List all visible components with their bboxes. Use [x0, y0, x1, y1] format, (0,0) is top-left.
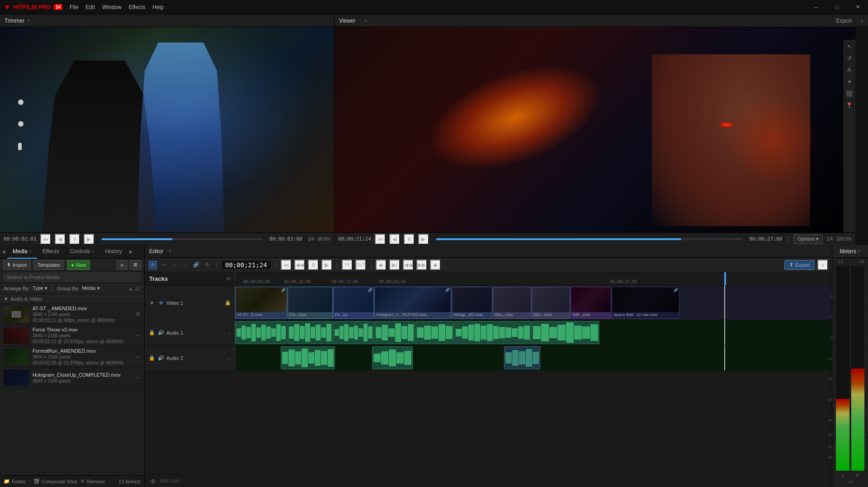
audio2-clip-2[interactable]: Ge...av — [372, 346, 413, 369]
video-clip-4[interactable]: Hologram_C...PLETED.mov 🔗 — [374, 287, 451, 319]
select-tool[interactable]: ↖ — [148, 260, 157, 270]
options-button[interactable]: Options ▾ — [793, 234, 823, 244]
viewer-step-back[interactable]: ◀ — [389, 234, 400, 245]
tab-history[interactable]: History — [99, 245, 127, 259]
folder-item[interactable]: 📁 Folder — [4, 478, 26, 484]
video-clip-2[interactable]: For...mov — [288, 287, 333, 319]
menu-effects[interactable]: Effects — [129, 4, 145, 10]
trimmer-skip-start[interactable]: ⏮ — [40, 234, 51, 245]
tab-controls[interactable]: Controls ≡ — [64, 245, 99, 259]
media-settings-1[interactable]: ⚙ — [136, 311, 141, 317]
list-view-btn[interactable]: ≡ — [117, 260, 127, 270]
export-button[interactable]: ⬆ Export — [784, 260, 815, 270]
magnet-tool[interactable]: ⚙ — [203, 260, 212, 270]
video-clip-1[interactable]: AT-ST...D.mov 🔗 — [235, 287, 287, 319]
video-clip-9[interactable]: Space Batt...v2 raw.mov 🔗 — [612, 287, 679, 319]
grid-view-btn[interactable]: ⊞ — [129, 260, 142, 270]
templates-button[interactable]: Templates — [33, 260, 64, 270]
tl-mark-in[interactable]: ◆ — [376, 260, 387, 270]
select-tool-btn[interactable]: ↖ — [844, 42, 854, 52]
media-item[interactable]: Hologram_CloseUp_COMPLETED.mov 3840 × 21… — [0, 368, 144, 388]
import-button[interactable]: ⬇ Import — [3, 260, 31, 270]
video-track-content[interactable]: AT-ST...D.mov 🔗 For...mov — [235, 286, 832, 320]
pin-tool-btn[interactable]: 📍 — [844, 100, 854, 110]
tl-pause[interactable]: ⏸ — [308, 260, 319, 270]
trimmer-canvas[interactable] — [0, 27, 334, 232]
composite-item[interactable]: 🎬 Composite Shot — [33, 478, 77, 484]
audio-track-2-content[interactable]: Gea...wav — [235, 345, 832, 370]
audio-clip-2[interactable]: Ge...av — [288, 321, 333, 344]
add-track-btn[interactable]: ⊕ — [148, 477, 157, 486]
audio-mute-icon[interactable]: 🔊 — [157, 329, 165, 336]
video-clip-6[interactable]: Sho...mov — [493, 287, 531, 319]
tl-step-back[interactable]: ◀◀ — [294, 260, 305, 270]
tl-out-point[interactable]: OUT — [355, 260, 366, 270]
minimize-button[interactable]: ─ — [806, 0, 826, 14]
video-clip-8[interactable]: Sith...mov — [571, 287, 611, 319]
timeline-scrollable[interactable]: ▼ 👁 Video 1 🔒 — [145, 286, 832, 474]
tl-mark-out[interactable]: ◆ — [430, 260, 441, 270]
audio-clip-7[interactable]: 🔗 Sp...ov — [532, 321, 599, 344]
mask-tool-btn[interactable]: ✦ — [844, 77, 854, 87]
audio-clip-5[interactable]: Hol.mov — [415, 321, 454, 344]
video-clip-7[interactable]: Sho...mov — [532, 287, 570, 319]
tl-in-point[interactable]: IN — [342, 260, 353, 270]
viewer-pause[interactable]: ⏸ — [404, 234, 415, 245]
viewer-progress-bar[interactable] — [436, 238, 742, 240]
track-expand-icon[interactable]: ▼ — [148, 299, 156, 307]
tab-effects[interactable]: Effects — [37, 245, 64, 259]
audio2-mute-icon[interactable]: 🔊 — [157, 355, 165, 362]
slider-handle-3[interactable] — [18, 143, 22, 150]
audio-lock-icon[interactable]: 🔒 — [148, 329, 156, 336]
tracks-menu[interactable]: ≡ — [226, 275, 230, 282]
video-clip-3[interactable]: Fo...ov 🔗 — [333, 287, 374, 319]
arrange-value[interactable]: Type ▾ — [33, 285, 47, 291]
trimmer-pause[interactable]: ⏸ — [69, 234, 80, 245]
tab-media[interactable]: Media ≡ — [7, 245, 37, 259]
export-settings[interactable]: ≡ — [817, 260, 828, 270]
slider-handle-2[interactable] — [18, 121, 24, 127]
audio-clip-1[interactable]: 🔗 Ge...av — [235, 321, 287, 344]
razor-tool[interactable]: ✂ — [159, 260, 168, 270]
tl-skip-start[interactable]: ⏮ — [281, 260, 292, 270]
text-tool-btn[interactable]: A — [844, 65, 854, 75]
slide-tool[interactable]: → — [181, 260, 190, 270]
link-tool[interactable]: 🔗 — [192, 260, 201, 270]
ruler-timeline[interactable]: 00;00;05;00 00;00;10;00 00;00;15;00 — [235, 272, 832, 285]
audio-clip-3[interactable]: 🔗 Fo...ov — [333, 321, 374, 344]
close-button[interactable]: ✕ — [847, 0, 868, 14]
trimmer-step-back[interactable]: ◀ — [55, 234, 66, 245]
sort-asc[interactable]: ▲ — [128, 286, 133, 291]
tab-nav-left[interactable]: ◀ — [0, 248, 7, 255]
tab-nav-right[interactable]: ▶ — [127, 248, 135, 255]
media-settings-3[interactable]: ↔ — [135, 354, 141, 360]
menu-window[interactable]: Window — [102, 4, 122, 10]
track-visible-icon[interactable]: 👁 — [157, 299, 165, 307]
trimmer-progress-bar[interactable] — [102, 238, 262, 240]
crop-tool-btn[interactable]: ⬛ — [844, 89, 854, 99]
new-button[interactable]: ● New — [67, 260, 90, 270]
rotate-tool-btn[interactable]: ↺ — [844, 53, 854, 63]
audio2-clip-1[interactable]: Gea...wav — [281, 346, 335, 369]
audio-track-1-content[interactable]: 🔗 Ge...av — [235, 320, 832, 345]
audio-clip-6[interactable]: Gear_Up_Parachute_01.wav — [454, 321, 531, 344]
media-settings-2[interactable]: ↔ — [135, 332, 141, 339]
section-audio-video[interactable]: ▼ Audio & Video — [0, 294, 144, 304]
remove-item[interactable]: ✕ Remove — [80, 478, 105, 484]
media-item[interactable]: AT-ST _ AMENDED.mov 3840 × 2160 pixels 0… — [0, 304, 144, 325]
viewer-play[interactable]: ▶ — [418, 234, 429, 245]
trimmer-play[interactable]: ▶ — [84, 234, 94, 245]
track-lock-icon[interactable]: 🔒 — [225, 300, 231, 306]
video-clip-5[interactable]: Hologr...ED.mov — [452, 287, 492, 319]
audio-clip-4[interactable]: Gea...wav — [374, 321, 415, 344]
tl-play[interactable]: ▶ — [321, 260, 332, 270]
tl-shuttle-b[interactable]: ◀◀ — [403, 260, 414, 270]
audio2-clip-3[interactable]: Forr...mov — [504, 346, 540, 369]
tl-shuttle-f[interactable]: ▶▶ — [416, 260, 427, 270]
menu-edit[interactable]: Edit — [85, 4, 95, 10]
media-settings-4[interactable]: ↔ — [135, 374, 141, 381]
menu-help[interactable]: Help — [152, 4, 164, 10]
slip-tool[interactable]: ↔ — [170, 260, 179, 270]
tl-step-f[interactable]: ▶| — [389, 260, 400, 270]
group-value[interactable]: Media ▾ — [82, 285, 100, 291]
